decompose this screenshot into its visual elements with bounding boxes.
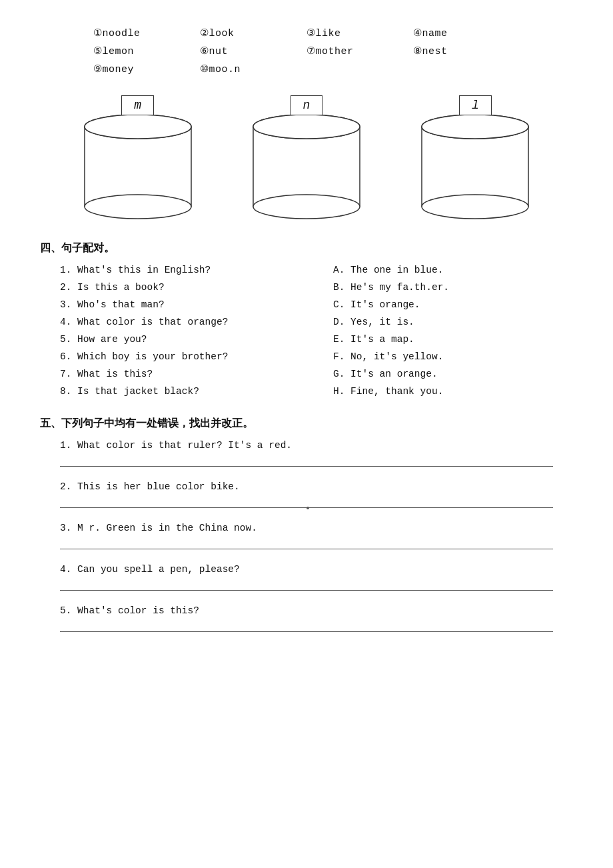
word-item: ⑥nut <box>200 45 280 57</box>
matching-right: B. He's my fa.th.er. <box>320 282 560 293</box>
bucket-container: n <box>233 95 380 221</box>
correction-sentence: 2. This is her blue color bike. <box>40 481 573 492</box>
bucket-shape <box>78 115 198 221</box>
bucket-label: m <box>121 95 154 115</box>
correction-item: 4. Can you spell a pen, please? <box>40 564 573 591</box>
bucket-label: l <box>459 95 492 115</box>
matching-right: H. Fine, thank you. <box>320 386 560 397</box>
word-item: ④name <box>413 27 493 39</box>
matching-row: 8. Is that jacket black?H. Fine, thank y… <box>40 386 573 397</box>
word-item: ①noodle <box>93 27 173 39</box>
matching-row: 3. Who's that man?C. It's orange. <box>40 299 573 310</box>
matching-left: 1. What's this in English? <box>60 265 300 275</box>
word-list: ①noodle②look③like④name⑤lemon⑥nut⑦mother⑧… <box>40 27 573 75</box>
matching-row: 4. What color is that orange?D. Yes, it … <box>40 317 573 327</box>
correction-line <box>60 579 553 591</box>
correction-sentence: 3. M r. Green is in the China now. <box>40 523 573 533</box>
bucket-label: n <box>291 95 323 115</box>
matching-right: C. It's orange. <box>320 299 560 310</box>
svg-point-9 <box>253 195 360 219</box>
correction-item: 5. What's color is this? <box>40 605 573 632</box>
word-item: ⑧nest <box>413 45 493 57</box>
matching-right: A. The one in blue. <box>320 265 560 275</box>
matching-row: 2. Is this a book?B. He's my fa.th.er. <box>40 282 573 293</box>
matching-left: 8. Is that jacket black? <box>60 386 300 397</box>
word-item: ⑤lemon <box>93 45 173 57</box>
section-five: 五、下列句子中均有一处错误，找出并改正。 1. What color is th… <box>40 417 573 632</box>
bucket-shape <box>415 115 535 221</box>
matching-row: 6. Which boy is your brother?F. No, it's… <box>40 351 573 362</box>
word-item: ②look <box>200 27 280 39</box>
word-item: ⑩moo.n <box>200 63 280 75</box>
section-four-title: 四、句子配对。 <box>40 241 573 255</box>
bucket-container: l <box>402 95 548 221</box>
correction-sentence: 4. Can you spell a pen, please? <box>40 564 573 575</box>
word-item: ⑦mother <box>306 45 386 57</box>
correction-line <box>60 620 553 632</box>
svg-point-3 <box>85 195 191 219</box>
correction-line <box>60 537 553 549</box>
bucket-container: m <box>65 95 211 221</box>
word-item: ③like <box>306 27 386 39</box>
matching-left: 6. Which boy is your brother? <box>60 351 300 362</box>
correction-sentence: 5. What's color is this? <box>40 605 573 616</box>
matching-right: D. Yes, it is. <box>320 317 560 327</box>
matching-left: 5. How are you? <box>60 334 300 345</box>
correction-item: 3. M r. Green is in the China now. <box>40 523 573 549</box>
matching-left: 3. Who's that man? <box>60 299 300 310</box>
matching-left: 4. What color is that orange? <box>60 317 300 327</box>
correction-line <box>60 455 553 467</box>
correction-sentence: 1. What color is that ruler? It's a red. <box>40 440 573 451</box>
matching-left: 2. Is this a book? <box>60 282 300 293</box>
section-five-title: 五、下列句子中均有一处错误，找出并改正。 <box>40 417 573 431</box>
matching-right: F. No, it's yellow. <box>320 351 560 362</box>
svg-point-15 <box>422 195 528 219</box>
matching-left: 7. What is this? <box>60 369 300 379</box>
buckets-section: m n l <box>40 95 573 221</box>
word-item: ⑨money <box>93 63 173 75</box>
matching-right: G. It's an orange. <box>320 369 560 379</box>
correction-item: 2. This is her blue color bike. <box>40 481 573 508</box>
matching-row: 7. What is this?G. It's an orange. <box>40 369 573 379</box>
section-four: 四、句子配对。 1. What's this in English?A. The… <box>40 241 573 397</box>
correction-item: 1. What color is that ruler? It's a red. <box>40 440 573 467</box>
bucket-shape <box>247 115 366 221</box>
correction-line <box>60 496 553 508</box>
matching-row: 1. What's this in English?A. The one in … <box>40 265 573 275</box>
matching-right: E. It's a map. <box>320 334 560 345</box>
matching-row: 5. How are you?E. It's a map. <box>40 334 573 345</box>
